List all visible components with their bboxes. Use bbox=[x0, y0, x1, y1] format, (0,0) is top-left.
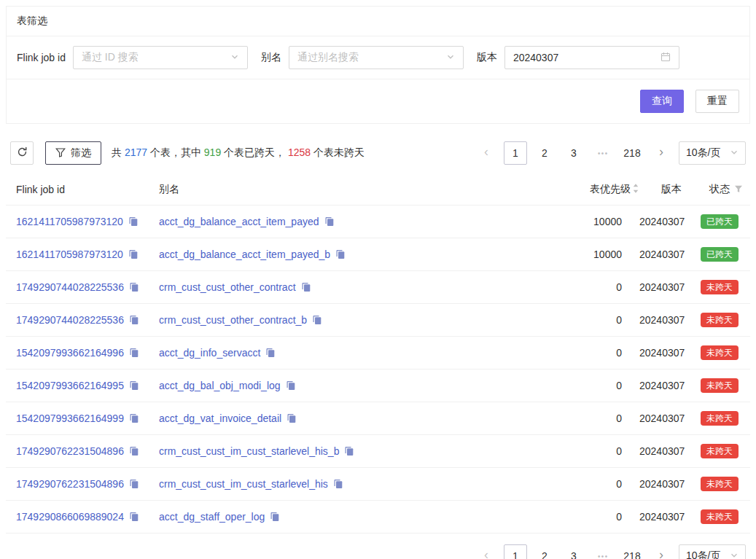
copy-icon[interactable] bbox=[129, 446, 139, 456]
cell-status: 未跨天 bbox=[683, 345, 750, 360]
flink-job-id-select[interactable]: 通过 ID 搜索 bbox=[73, 46, 248, 69]
copy-icon[interactable] bbox=[270, 512, 280, 522]
copy-icon[interactable] bbox=[265, 348, 276, 358]
table-row: 1749290762231504896crm_cust_cust_im_cust… bbox=[6, 435, 750, 468]
flink-job-id-link[interactable]: 1749290744028225536 bbox=[16, 281, 124, 293]
cell-alias: acct_dg_vat_invoice_detail bbox=[159, 413, 504, 424]
status-badge: 未跨天 bbox=[701, 411, 739, 426]
next-page-button[interactable]: › bbox=[650, 141, 673, 165]
status-badge: 未跨天 bbox=[701, 477, 739, 491]
reset-button[interactable]: 重置 bbox=[695, 90, 739, 113]
alias-link[interactable]: crm_cust_cust_im_cust_starlevel_his bbox=[159, 478, 328, 490]
flink-job-id-link[interactable]: 1621411705987973120 bbox=[16, 249, 123, 260]
column-header-priority[interactable]: 表优先级 bbox=[504, 183, 639, 196]
copy-icon[interactable] bbox=[312, 315, 322, 325]
flink-job-id-link[interactable]: 1542097993662164996 bbox=[16, 347, 124, 359]
next-page-button[interactable]: › bbox=[650, 544, 673, 559]
chevron-down-icon bbox=[446, 52, 455, 63]
cell-status: 未跨天 bbox=[683, 378, 750, 393]
cell-flink-job-id: 1542097993662164995 bbox=[6, 380, 159, 391]
column-header-id: Flink job id bbox=[6, 184, 159, 195]
page-button-1[interactable]: 1 bbox=[504, 141, 527, 165]
cell-status: 已跨天 bbox=[683, 247, 750, 262]
filter-funnel-icon bbox=[55, 147, 66, 160]
alias-link[interactable]: acct_dg_staff_oper_log bbox=[159, 511, 265, 523]
pagination-ellipsis: ••• bbox=[591, 141, 615, 165]
flink-job-id-link[interactable]: 1749290762231504896 bbox=[16, 445, 124, 457]
filter-toggle-button[interactable]: 筛选 bbox=[45, 141, 101, 165]
flink-job-id-link[interactable]: 1749290744028225536 bbox=[16, 314, 124, 326]
version-date-input[interactable]: 20240307 bbox=[504, 46, 679, 69]
table-row: 1749290744028225536crm_cust_cust_other_c… bbox=[6, 271, 750, 304]
prev-page-button[interactable]: ‹ bbox=[475, 141, 498, 165]
page-button-1[interactable]: 1 bbox=[504, 544, 527, 559]
summary-crossed-count: 919 bbox=[204, 146, 221, 158]
alias-link[interactable]: crm_cust_cust_other_contract_b bbox=[159, 314, 307, 326]
cell-flink-job-id: 1749290762231504896 bbox=[6, 478, 159, 490]
cell-version: 20240307 bbox=[639, 216, 683, 227]
alias-link[interactable]: crm_cust_cust_other_contract bbox=[159, 281, 296, 293]
summary-total: 2177 bbox=[125, 146, 147, 158]
version-label: 版本 bbox=[477, 51, 497, 64]
copy-icon[interactable] bbox=[129, 348, 139, 358]
priority-header-label: 表优先级 bbox=[590, 183, 631, 196]
page-size-select[interactable]: 10条/页 bbox=[679, 141, 746, 165]
copy-icon[interactable] bbox=[129, 413, 139, 423]
copy-icon[interactable] bbox=[344, 446, 354, 456]
alias-link[interactable]: acct_dg_vat_invoice_detail bbox=[159, 413, 281, 424]
pagination-bottom: ‹123•••218› bbox=[475, 544, 673, 559]
alias-select[interactable]: 通过别名搜索 bbox=[289, 46, 464, 69]
flink-job-id-link[interactable]: 1542097993662164995 bbox=[16, 380, 124, 391]
cell-alias: crm_cust_cust_other_contract bbox=[159, 281, 504, 293]
alias-placeholder: 通过别名搜索 bbox=[297, 51, 359, 64]
table-row: 1621411705987973120acct_dg_balance_acct_… bbox=[6, 238, 750, 271]
copy-icon[interactable] bbox=[333, 479, 343, 489]
page-size-select[interactable]: 10条/页 bbox=[679, 544, 746, 559]
cell-flink-job-id: 1749290866069889024 bbox=[6, 511, 159, 523]
prev-page-button[interactable]: ‹ bbox=[475, 544, 498, 559]
flink-job-id-link[interactable]: 1542097993662164999 bbox=[16, 413, 124, 424]
copy-icon[interactable] bbox=[129, 479, 139, 489]
copy-icon[interactable] bbox=[129, 282, 139, 292]
page-button-2[interactable]: 2 bbox=[533, 141, 556, 165]
toolbar-pagination: ‹123•••218› 10条/页 bbox=[475, 141, 746, 165]
alias-link[interactable]: acct_dg_balance_acct_item_payed bbox=[159, 216, 319, 227]
cell-priority: 10000 bbox=[504, 249, 639, 260]
page-button-218[interactable]: 218 bbox=[620, 141, 644, 165]
copy-icon[interactable] bbox=[129, 512, 139, 522]
alias-link[interactable]: acct_dg_balance_acct_item_payed_b bbox=[159, 249, 330, 260]
query-button[interactable]: 查询 bbox=[640, 90, 684, 113]
column-filter-icon[interactable] bbox=[734, 184, 743, 195]
copy-icon[interactable] bbox=[128, 249, 139, 259]
alias-link[interactable]: acct_dg_info_servacct bbox=[159, 347, 260, 359]
cell-alias: acct_dg_bal_obj_modi_log bbox=[159, 380, 504, 391]
column-header-status[interactable]: 状态 bbox=[683, 183, 750, 196]
copy-icon[interactable] bbox=[301, 282, 311, 292]
cell-status: 未跨天 bbox=[683, 444, 750, 458]
table-header-row: Flink job id 别名 表优先级 版本 状态 bbox=[6, 173, 750, 206]
copy-icon[interactable] bbox=[128, 216, 139, 227]
copy-icon[interactable] bbox=[324, 216, 335, 227]
copy-icon[interactable] bbox=[129, 315, 139, 325]
page-button-2[interactable]: 2 bbox=[533, 544, 556, 559]
page-button-3[interactable]: 3 bbox=[562, 544, 585, 559]
cell-status: 未跨天 bbox=[683, 313, 750, 327]
cell-status: 未跨天 bbox=[683, 411, 750, 426]
refresh-button[interactable] bbox=[10, 141, 34, 165]
copy-icon[interactable] bbox=[129, 380, 139, 391]
chevron-down-icon bbox=[230, 52, 239, 63]
page-button-3[interactable]: 3 bbox=[562, 141, 585, 165]
flink-job-id-link[interactable]: 1621411705987973120 bbox=[16, 216, 123, 227]
flink-job-id-link[interactable]: 1749290866069889024 bbox=[16, 511, 124, 523]
sorter-icon[interactable] bbox=[632, 183, 639, 196]
copy-icon[interactable] bbox=[286, 380, 296, 391]
alias-link[interactable]: crm_cust_cust_im_cust_starlevel_his_b bbox=[159, 445, 339, 457]
alias-link[interactable]: acct_dg_bal_obj_modi_log bbox=[159, 380, 281, 391]
copy-icon[interactable] bbox=[287, 413, 297, 423]
copy-icon[interactable] bbox=[335, 249, 346, 259]
alias-field: 别名 通过别名搜索 bbox=[261, 46, 464, 69]
page: 表筛选 Flink job id 通过 ID 搜索 别名 通过别名搜索 bbox=[0, 0, 756, 559]
page-button-218[interactable]: 218 bbox=[620, 544, 644, 559]
flink-job-id-link[interactable]: 1749290762231504896 bbox=[16, 478, 124, 490]
cell-priority: 0 bbox=[504, 347, 639, 359]
